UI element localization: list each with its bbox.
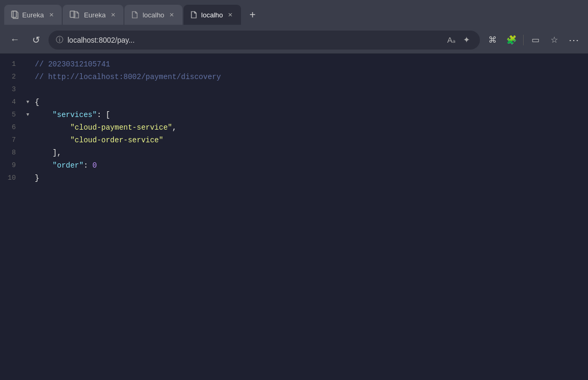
bookmarks-icon: ☆ xyxy=(551,35,558,45)
extensions-icon: 🧩 xyxy=(506,35,517,45)
line-content-1: // 20230312105741 xyxy=(35,59,588,70)
tab-icon-3 xyxy=(131,11,139,19)
nav-bar: ← ↺ ⓘ localhost:8002/pay... Aₐ ✦ ⌘ 🧩 ▭ xyxy=(0,26,588,54)
address-bar[interactable]: ⓘ localhost:8002/pay... Aₐ ✦ xyxy=(49,31,480,50)
line-num-2: 2 xyxy=(0,71,26,83)
code-line-6: 6 "cloud-payment-service", xyxy=(0,121,588,134)
line-content-5: "services": [ xyxy=(35,109,588,121)
tab-label-4: localho xyxy=(201,11,223,19)
tab-label-3: localho xyxy=(142,11,164,19)
address-actions: Aₐ ✦ xyxy=(445,34,473,46)
tab-icon-1 xyxy=(11,11,19,19)
split-view-icon: ▭ xyxy=(532,35,539,45)
tab-localhost-4[interactable]: localho ✕ xyxy=(184,5,241,25)
tab-localhost-3[interactable]: localho ✕ xyxy=(124,5,182,25)
line-num-10: 10 xyxy=(0,172,26,184)
line-num-1: 1 xyxy=(0,59,26,70)
info-icon: ⓘ xyxy=(56,35,63,45)
browser-window: Eureka ✕ Eureka ✕ localho ✕ xyxy=(0,0,588,380)
reload-button[interactable]: ↺ xyxy=(27,32,44,48)
nav-right-controls: ⌘ 🧩 ▭ ☆ ⋯ xyxy=(484,32,582,48)
collapse-arrow-5[interactable]: ▼ xyxy=(26,109,35,121)
code-line-8: 8 ], xyxy=(0,147,588,159)
back-icon: ← xyxy=(10,34,20,45)
line-content-4: { xyxy=(35,96,588,108)
bookmark-add-button[interactable]: ✦ xyxy=(460,34,473,46)
command-icon: ⌘ xyxy=(488,35,497,45)
nav-divider xyxy=(523,35,524,45)
line-num-9: 9 xyxy=(0,160,26,171)
line-content-6: "cloud-payment-service", xyxy=(35,122,588,133)
menu-icon: ⋯ xyxy=(568,34,578,46)
tab-icon-4 xyxy=(190,11,198,19)
tab-label-2: Eureka xyxy=(84,11,105,19)
line-content-9: "order": 0 xyxy=(35,160,588,171)
tab-eureka-1[interactable]: Eureka ✕ xyxy=(4,5,62,25)
collapse-arrow-4[interactable]: ▼ xyxy=(26,96,35,108)
svg-rect-0 xyxy=(12,11,16,17)
code-line-10: 10 } xyxy=(0,172,588,184)
tab-icon-2b xyxy=(72,11,81,19)
line-num-3: 3 xyxy=(0,84,26,95)
line-num-4: 4 xyxy=(0,96,26,108)
split-view-button[interactable]: ▭ xyxy=(527,32,544,48)
code-line-1: 1 // 20230312105741 xyxy=(0,58,588,71)
tab-close-4[interactable]: ✕ xyxy=(226,11,235,19)
line-num-7: 7 xyxy=(0,134,26,146)
line-num-5: 5 xyxy=(0,109,26,121)
new-tab-button[interactable]: + xyxy=(244,6,261,23)
menu-button[interactable]: ⋯ xyxy=(565,32,582,48)
code-line-7: 7 "cloud-order-service" xyxy=(0,134,588,147)
code-line-9: 9 "order": 0 xyxy=(0,159,588,172)
tab-close-2[interactable]: ✕ xyxy=(109,11,117,19)
tab-bar: Eureka ✕ Eureka ✕ localho ✕ xyxy=(0,0,588,26)
line-content-10: } xyxy=(35,172,588,184)
line-num-8: 8 xyxy=(0,147,26,159)
code-line-2: 2 // http://localhost:8002/payment/disco… xyxy=(0,71,588,83)
line-num-6: 6 xyxy=(0,122,26,133)
command-button[interactable]: ⌘ xyxy=(484,32,501,48)
bookmarks-button[interactable]: ☆ xyxy=(546,32,563,48)
address-text: localhost:8002/pay... xyxy=(68,36,441,44)
code-line-5: 5 ▼ "services": [ xyxy=(0,109,588,121)
tab-eureka-2[interactable]: Eureka ✕ xyxy=(63,5,123,25)
line-content-3 xyxy=(35,84,588,95)
back-button[interactable]: ← xyxy=(6,32,23,48)
tab-label-1: Eureka xyxy=(22,11,44,19)
code-line-4: 4 ▼ { xyxy=(0,96,588,109)
tab-close-3[interactable]: ✕ xyxy=(168,11,176,19)
tab-close-1[interactable]: ✕ xyxy=(47,11,55,19)
reader-mode-button[interactable]: Aₐ xyxy=(445,34,458,46)
code-area: 1 // 20230312105741 2 // http://localhos… xyxy=(0,54,588,380)
line-content-7: "cloud-order-service" xyxy=(35,134,588,146)
line-content-2: // http://localhost:8002/payment/discove… xyxy=(35,71,588,83)
extensions-button[interactable]: 🧩 xyxy=(503,32,520,48)
code-line-3: 3 xyxy=(0,83,588,96)
reload-icon: ↺ xyxy=(32,34,40,46)
line-content-8: ], xyxy=(35,147,588,159)
